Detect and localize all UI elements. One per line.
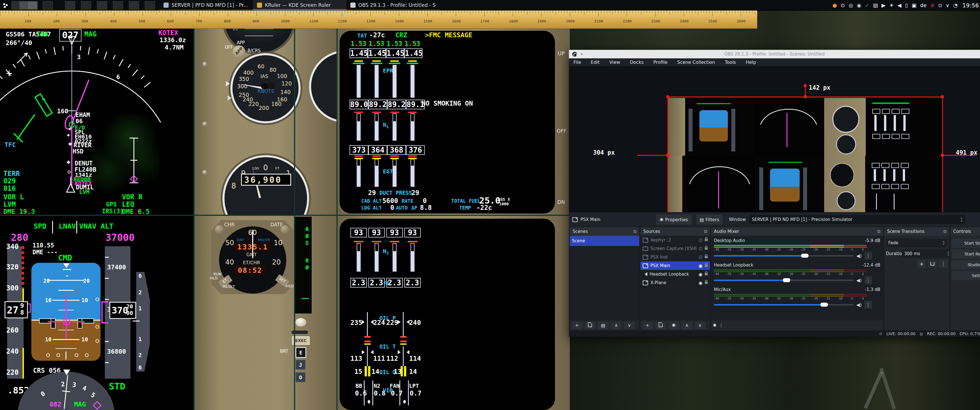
menu-help[interactable]: Help — [746, 59, 756, 65]
visible-eye-icon[interactable]: ◉ — [698, 280, 703, 286]
obs-titlebar[interactable]: ✦ OBS 29.1.3 - Profile: Untitled - Scene… — [569, 50, 980, 58]
window-combo[interactable]: SERVER | PFD ND MFD [1] - Precision Simu… — [749, 215, 966, 225]
player-icon[interactable]: ▶ — [881, 2, 885, 8]
visible-eye-icon[interactable]: ◉ — [698, 272, 703, 277]
taskbar-thumbnail[interactable] — [81, 1, 91, 10]
popout-icon[interactable]: ⧉ — [943, 229, 947, 234]
add-scene-button[interactable]: + — [571, 322, 582, 329]
taskbar-thumbnail[interactable] — [113, 1, 123, 10]
transition-combo[interactable]: Fade∧∨ — [886, 238, 947, 247]
obs-preview-canvas[interactable]: 142 px304 px491 px74 px — [569, 66, 980, 212]
taskbar-thumbnail[interactable] — [27, 1, 38, 10]
scene-item[interactable]: Scene — [570, 236, 639, 246]
remove-source-button[interactable] — [655, 322, 666, 329]
network-display-icon[interactable]: ⧉ — [939, 2, 942, 8]
source-item-xephyr-2[interactable]: Xephyr :2∅ — [640, 236, 710, 244]
source-item-screen-capture-xshm-[interactable]: Screen Capture (XSHM)∅ — [640, 244, 710, 253]
volume-icon[interactable]: ◀ — [897, 2, 901, 8]
popout-icon[interactable]: ⧉ — [877, 229, 880, 234]
menu-docks[interactable]: Docks — [630, 59, 644, 65]
keepassxc-icon[interactable]: ⊙ — [841, 2, 845, 8]
app-menu-icon[interactable] — [2, 2, 8, 8]
lock-icon[interactable] — [705, 248, 708, 250]
channel-kebab-button[interactable]: ⋮ — [865, 301, 872, 308]
volume-slider[interactable] — [714, 255, 854, 256]
scene-filters-button[interactable]: ▤ — [598, 322, 609, 329]
popout-icon[interactable]: ⧉ — [633, 229, 636, 234]
taskbar-window-button[interactable]: SERVER | PFD ND MFD [1] - Pr... — [159, 0, 253, 10]
source-properties-button[interactable]: ✱ — [668, 322, 679, 329]
clipboard-icon[interactable]: ▤ — [873, 2, 878, 8]
settings-button[interactable]: Settings — [951, 271, 980, 280]
notifications-icon[interactable]: ◔ — [953, 2, 958, 8]
cdu-round-button[interactable] — [296, 318, 306, 327]
hidden-eye-icon[interactable]: ∅ — [698, 254, 703, 260]
volume-slider[interactable] — [714, 280, 854, 281]
lock-icon[interactable] — [705, 273, 708, 275]
lock-icon[interactable] — [705, 239, 708, 241]
volume-slider[interactable] — [714, 304, 854, 305]
lock-icon[interactable] — [705, 256, 708, 258]
cdu-key-e[interactable]: E — [296, 347, 306, 358]
menu-edit[interactable]: Edit — [591, 59, 600, 65]
taskbar-thumbnail[interactable] — [129, 1, 139, 10]
clementine-icon[interactable]: ● — [832, 2, 837, 8]
taskbar-window-button[interactable]: KRuler — KDE Screen Ruler — [253, 0, 347, 10]
redshift-icon[interactable]: ☀ — [889, 2, 894, 8]
usb-device-icon[interactable]: ▯ — [905, 2, 908, 8]
studio-mode-button[interactable]: Studio Mode — [951, 260, 980, 269]
hidden-eye-icon[interactable]: ∅ — [698, 246, 703, 251]
selection-handle[interactable] — [667, 95, 669, 98]
source-item-headset-loopback[interactable]: Headset Loopback◉ — [640, 270, 710, 278]
source-up-button[interactable]: ∧ — [681, 322, 692, 329]
taskbar-thumbnail[interactable] — [65, 1, 75, 10]
scene-down-button[interactable]: ∨ — [624, 322, 635, 329]
add-source-button[interactable]: + — [642, 322, 653, 329]
remove-transition-button[interactable] — [928, 260, 937, 268]
taskbar-window-button[interactable]: OBS 29.1.3 - Profile: Untitled - Sce... — [347, 0, 440, 10]
taskbar-thumbnail[interactable] — [97, 1, 107, 10]
mixer-settings-icon[interactable]: ✱ — [713, 323, 716, 328]
remove-scene-button[interactable] — [585, 322, 595, 329]
kruler[interactable]: 1002003004005006007008009001000110012001… — [0, 11, 757, 29]
scene-up-button[interactable]: ∧ — [611, 322, 622, 329]
menu-profile[interactable]: Profile — [653, 59, 668, 65]
tray-expand-icon[interactable]: ∨ — [945, 2, 949, 8]
menu-tools[interactable]: Tools — [725, 59, 736, 65]
device-icon[interactable]: ▣ — [912, 2, 916, 8]
filters-button[interactable]: ▤Filters — [696, 215, 723, 225]
mic-muted-icon[interactable]: ⊘ — [931, 2, 935, 8]
cdu-key-o[interactable]: O — [296, 372, 306, 382]
popout-icon[interactable]: ⧉ — [704, 229, 707, 234]
user-online-icon[interactable]: ✓ — [865, 2, 869, 8]
visible-eye-icon[interactable]: ◉ — [698, 263, 703, 269]
mute-toggle-icon[interactable]: ◀) — [856, 278, 862, 283]
steam-icon[interactable]: ◉ — [857, 2, 861, 8]
source-item-psx-main[interactable]: PSX Main◉ — [640, 261, 710, 270]
lock-icon[interactable] — [705, 264, 708, 267]
hidden-eye-icon[interactable]: ∅ — [698, 237, 703, 243]
source-item-psx-inst[interactable]: PSX Inst∅ — [640, 253, 710, 261]
taskbar-thumbnail[interactable] — [145, 1, 155, 10]
start-streaming-button[interactable]: Start Streaming — [951, 238, 980, 248]
menu-file[interactable]: File — [573, 59, 581, 65]
start-recording-button[interactable]: Start Recording — [951, 249, 980, 259]
nav-selector-knob[interactable]: APP — [233, 45, 245, 58]
channel-kebab-button[interactable]: ⋮ — [865, 276, 872, 284]
properties-button[interactable]: ✱Properties — [656, 215, 691, 225]
taskbar-thumbnail[interactable] — [43, 1, 53, 10]
lock-icon[interactable] — [705, 281, 708, 284]
selection-handle[interactable] — [941, 95, 944, 98]
mute-toggle-icon[interactable]: ◀) — [856, 302, 862, 307]
mute-toggle-icon[interactable]: ◀) — [856, 253, 862, 259]
spinner-icon[interactable]: ∧∨ — [960, 217, 963, 222]
cdu-key-j[interactable]: J — [296, 359, 306, 370]
clock-knob[interactable] — [281, 225, 289, 234]
menu-scene-collection[interactable]: Scene Collection — [677, 59, 715, 65]
clock-knob[interactable] — [215, 225, 224, 234]
keyboard-layout[interactable]: de — [920, 2, 927, 8]
channel-kebab-button[interactable]: ⋮ — [865, 252, 872, 260]
transition-kebab-button[interactable]: ⋮ — [939, 260, 948, 268]
mixer-kebab-icon[interactable]: ⋮ — [719, 323, 723, 328]
duration-spinbox[interactable]: 300 ms∧∨ — [902, 249, 951, 258]
